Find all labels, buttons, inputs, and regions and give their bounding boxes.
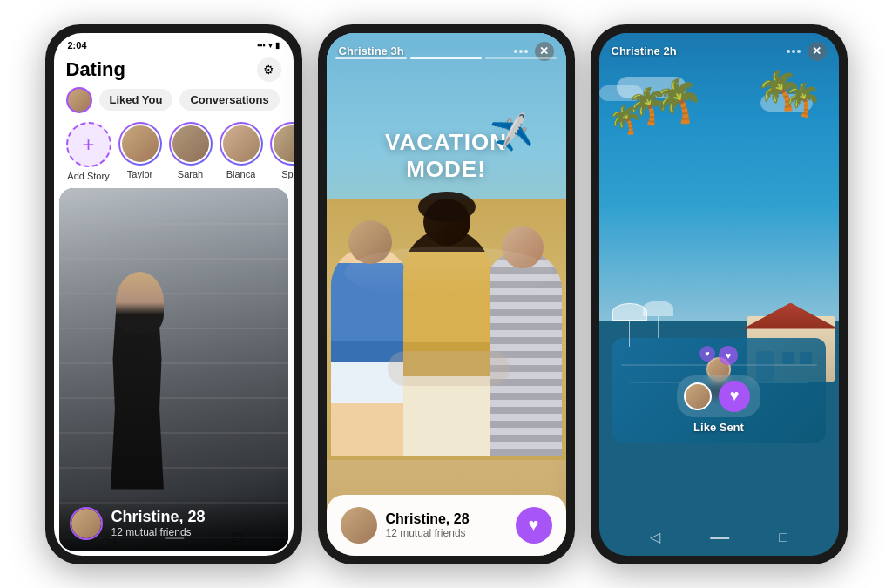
- square-button[interactable]: □: [233, 530, 242, 545]
- close-button[interactable]: ✕: [808, 42, 827, 61]
- story-progress: [335, 57, 558, 59]
- home-button[interactable]: —: [437, 526, 456, 549]
- p1-status-icons: ▪▪▪ ▾ ▮: [257, 41, 280, 50]
- smile-overlay: [344, 247, 553, 299]
- battery-icon: ▮: [275, 41, 280, 50]
- back-button[interactable]: ◁: [377, 529, 388, 545]
- p2-card-name: Christine, 28: [386, 511, 470, 527]
- woman-2-head: [423, 199, 470, 246]
- progress-3: [485, 57, 557, 59]
- progress-2: [410, 57, 482, 59]
- women-group: [327, 220, 566, 456]
- person-head: [116, 272, 164, 333]
- story-add-label: Add Story: [67, 171, 109, 181]
- story-sarah-label: Sarah: [178, 169, 203, 179]
- like-sent-label: Like Sent: [693, 421, 744, 434]
- like-sent-heart-icon: ♥: [719, 381, 750, 412]
- p1-stories: + Add Story Taylor Sarah Bianca: [54, 118, 294, 188]
- bianca-avatar: [221, 124, 261, 164]
- like-sent-overlay: ♥ ♥ ♥ Like Sent: [677, 346, 760, 434]
- curly-hair: [418, 192, 476, 222]
- heart-bubbles: ♥ ♥: [699, 346, 738, 368]
- p3-name-time: Christine 2h: [612, 44, 677, 57]
- gear-icon: ⚙: [263, 63, 274, 77]
- big-heart: ♥: [730, 387, 740, 405]
- story-bianca-label: Bianca: [226, 169, 256, 179]
- umbrella-2: [643, 301, 673, 338]
- tab-liked-you[interactable]: Liked You: [99, 89, 173, 111]
- wifi-icon: ▾: [268, 41, 273, 50]
- p3-nav-bar: ◁ — □: [599, 526, 839, 549]
- p2-nav-bar: ◁ — □: [327, 526, 566, 549]
- p1-statusbar: 2:04 ▪▪▪ ▾ ▮: [54, 33, 294, 54]
- p3-statusbar: Christine 2h ✕: [599, 33, 839, 64]
- p2-statusbar: Christine 3h ✕: [327, 33, 566, 64]
- p2-screen: Christine 3h ✕ VACATION MODE! ✈️: [327, 33, 566, 556]
- back-button[interactable]: ◁: [105, 529, 115, 545]
- small-heart-2: ♥: [719, 346, 738, 365]
- story-taylor[interactable]: Taylor: [118, 122, 162, 181]
- p1-title: Dating: [66, 58, 125, 81]
- p1-header: Dating ⚙: [54, 54, 294, 87]
- small-heart-1: ♥: [699, 346, 715, 362]
- add-story-icon[interactable]: +: [66, 122, 112, 167]
- arms-overlay: [388, 351, 510, 386]
- p1-tabs: Liked You Conversations: [54, 87, 294, 113]
- progress-1: [335, 57, 407, 59]
- home-button[interactable]: —: [165, 526, 184, 549]
- phone-1: 2:04 ▪▪▪ ▾ ▮ Dating ⚙ Liked You Conversa…: [45, 24, 302, 564]
- p1-time: 2:04: [68, 40, 87, 51]
- p3-screen: 🌴 🌴 🌴 🌴 🌴: [599, 33, 839, 556]
- story-taylor-label: Taylor: [127, 169, 152, 179]
- back-button[interactable]: ◁: [650, 529, 660, 545]
- p1-profile-card[interactable]: Christine, 28 12 mutual friends: [59, 188, 288, 551]
- sarah-avatar: [171, 124, 211, 164]
- square-button[interactable]: □: [779, 530, 787, 545]
- square-button[interactable]: □: [506, 530, 515, 545]
- signal-icon: ▪▪▪: [257, 41, 266, 50]
- palm-1: 🌴: [608, 103, 643, 136]
- phone-2: Christine 3h ✕ VACATION MODE! ✈️: [318, 24, 575, 564]
- p1-nav-bar: ◁ — □: [54, 526, 294, 549]
- tab-conversations[interactable]: Conversations: [179, 89, 279, 111]
- p2-name-time: Christine 3h: [339, 44, 404, 57]
- story-sarah[interactable]: Sarah: [169, 122, 213, 181]
- phone-3: 🌴 🌴 🌴 🌴 🌴: [591, 24, 848, 564]
- like-sent-avatar: [684, 382, 712, 410]
- story-bianca[interactable]: Bianca: [220, 122, 263, 181]
- more-options-icon[interactable]: [787, 50, 801, 53]
- taylor-avatar: [120, 124, 160, 164]
- settings-button[interactable]: ⚙: [257, 57, 281, 82]
- beach-people-group: [327, 220, 566, 456]
- p1-user-avatar[interactable]: [66, 87, 92, 113]
- palm-4: 🌴: [782, 81, 821, 118]
- story-sp[interactable]: Sp...: [270, 122, 294, 181]
- home-button[interactable]: —: [710, 526, 729, 549]
- sp-avatar: [272, 124, 294, 164]
- p3-top-icons: ✕: [787, 42, 827, 61]
- story-add[interactable]: + Add Story: [66, 122, 112, 181]
- story-sp-label: Sp...: [281, 169, 293, 179]
- like-sent-card: ♥: [677, 375, 760, 417]
- more-options-icon[interactable]: [514, 50, 528, 53]
- umbrella-1: [612, 303, 647, 347]
- card-name: Christine, 28: [112, 508, 206, 526]
